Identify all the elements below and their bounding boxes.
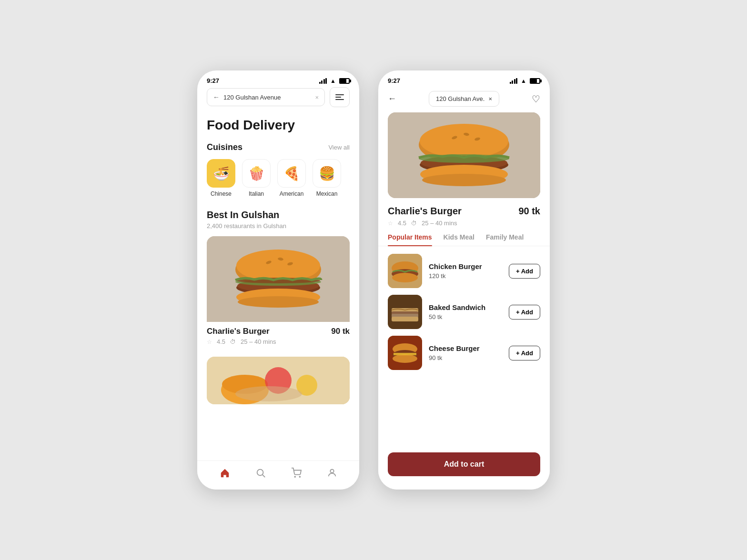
restaurant-time: 25 – 40 mins (241, 338, 276, 345)
detail-clock-icon: ⏱ (411, 220, 417, 227)
battery-icon-right (530, 78, 540, 84)
menu-list: Chicken Burger 120 tk + Add Baked Sandwi… (378, 254, 550, 370)
detail-restaurant-name: Charlie's Burger (388, 206, 462, 217)
back-button[interactable]: ← (388, 94, 396, 104)
restaurant-detail-info: Charlie's Burger 90 tk ☆ 4.5 ⏱ 25 – 40 m… (378, 206, 550, 227)
restaurant-meta: ☆ 4.5 ⏱ 25 – 40 mins (207, 338, 350, 345)
svg-point-25 (420, 124, 508, 158)
svg-line-19 (262, 475, 265, 477)
cuisines-header: Cuisines View all (207, 142, 350, 152)
wifi-icon: ▲ (330, 78, 336, 84)
chicken-burger-name: Chicken Burger (429, 262, 502, 270)
restaurant-card-2[interactable] (207, 357, 350, 404)
chicken-burger-img-illustration (388, 254, 422, 288)
status-icons-right: ▲ (510, 78, 540, 84)
detail-star-icon: ☆ (388, 220, 393, 227)
baked-sandwich-name: Baked Sandwich (429, 303, 502, 311)
wifi-icon-right: ▲ (521, 78, 526, 84)
add-chicken-burger-button[interactable]: + Add (509, 264, 540, 279)
detail-time: 25 – 40 mins (422, 220, 457, 227)
baked-sandwich-info: Baked Sandwich 50 tk (429, 303, 502, 320)
cuisine-italian-icon: 🍿 (242, 159, 271, 188)
view-all-cuisines[interactable]: View all (328, 144, 350, 151)
time-right: 9:27 (388, 77, 400, 84)
favorite-button[interactable]: ♡ (532, 93, 540, 105)
filter-button[interactable] (330, 87, 350, 107)
cuisine-american[interactable]: 🍕 American (277, 159, 306, 197)
location-pill[interactable]: 120 Gulshan Ave. × (429, 91, 499, 107)
menu-item-cheese-burger: Cheese Burger 90 tk + Add (388, 336, 540, 370)
address-search-box[interactable]: ← 120 Gulshan Avenue × (207, 88, 325, 106)
chicken-burger-info: Chicken Burger 120 tk (429, 262, 502, 280)
address-text: 120 Gulshan Avenue (223, 94, 311, 101)
nav-search[interactable] (255, 468, 266, 478)
nav-home[interactable] (220, 468, 230, 478)
svg-point-18 (257, 470, 263, 476)
svg-point-17 (235, 386, 302, 401)
restaurant-image-2 (207, 357, 350, 404)
menu-item-baked-sandwich: Baked Sandwich 50 tk + Add (388, 295, 540, 329)
profile-nav-icon (327, 468, 337, 478)
clock-icon: ⏱ (230, 339, 236, 345)
cuisine-american-label: American (280, 190, 304, 197)
restaurant-rating: 4.5 (217, 338, 225, 345)
signal-icon (319, 78, 327, 84)
add-to-cart-bar: Add to cart (378, 446, 550, 490)
hero-burger-illustration (388, 112, 540, 198)
nav-cart[interactable] (291, 468, 302, 478)
svg-point-37 (392, 273, 418, 282)
cuisine-chinese-icon: 🍜 (207, 159, 235, 188)
left-phone: 9:27 ▲ ← 120 Gulshan Avenue × (197, 70, 359, 490)
time-left: 9:27 (207, 77, 219, 84)
cuisine-chinese[interactable]: 🍜 Chinese (207, 159, 235, 197)
cheese-burger-name: Cheese Burger (429, 344, 502, 352)
tab-popular-items[interactable]: Popular Items (388, 233, 432, 246)
food-illustration-2 (207, 357, 350, 404)
svg-rect-42 (392, 317, 418, 321)
svg-point-2 (236, 250, 320, 282)
right-header: ← 120 Gulshan Ave. × ♡ (378, 87, 550, 112)
location-clear-icon[interactable]: × (488, 95, 492, 102)
menu-tabs: Popular Items Kids Meal Family Meal (378, 233, 550, 246)
status-bar-left: 9:27 ▲ (197, 70, 359, 87)
add-cheese-burger-button[interactable]: + Add (509, 346, 540, 360)
chicken-burger-image (388, 254, 422, 288)
chicken-burger-price: 120 tk (429, 272, 502, 280)
add-to-cart-button[interactable]: Add to cart (388, 452, 540, 476)
detail-restaurant-price: 90 tk (518, 206, 540, 217)
svg-point-21 (299, 476, 300, 477)
location-text: 120 Gulshan Ave. (436, 95, 485, 102)
home-icon (220, 468, 230, 478)
restaurant-card[interactable]: Charlie's Burger 90 tk ☆ 4.5 ⏱ 25 – 40 m… (207, 236, 350, 350)
cuisines-list: 🍜 Chinese 🍿 Italian 🍕 American 🍔 Mexican (207, 159, 350, 197)
cuisine-mexican-icon: 🍔 (313, 159, 341, 188)
detail-meta: ☆ 4.5 ⏱ 25 – 40 mins (388, 220, 540, 227)
bottom-nav (197, 460, 359, 490)
battery-icon (339, 78, 350, 84)
add-baked-sandwich-button[interactable]: + Add (509, 305, 540, 320)
restaurant-info: Charlie's Burger 90 tk ☆ 4.5 ⏱ 25 – 40 m… (207, 322, 350, 350)
baked-sandwich-img-illustration (388, 295, 422, 329)
svg-point-20 (294, 476, 295, 477)
svg-point-22 (330, 470, 333, 473)
cuisines-section-title: Cuisines (207, 142, 242, 152)
svg-point-11 (238, 296, 319, 308)
cuisine-italian-label: Italian (249, 190, 264, 197)
tab-family-meal[interactable]: Family Meal (486, 233, 524, 246)
tab-kids-meal[interactable]: Kids Meal (444, 233, 474, 246)
cheese-burger-image (388, 336, 422, 370)
cuisine-mexican[interactable]: 🍔 Mexican (313, 159, 341, 197)
burger-illustration (207, 236, 350, 322)
best-section-title: Best In Gulshan (207, 210, 350, 220)
svg-rect-47 (394, 353, 416, 355)
clear-address-button[interactable]: × (315, 94, 319, 101)
status-bar-right: 9:27 ▲ (378, 70, 550, 87)
cheese-burger-price: 90 tk (429, 354, 502, 361)
search-row: ← 120 Gulshan Avenue × (207, 87, 350, 107)
cheese-burger-info: Cheese Burger 90 tk (429, 344, 502, 361)
nav-profile[interactable] (327, 468, 337, 478)
menu-item-chicken-burger: Chicken Burger 120 tk + Add (388, 254, 540, 288)
cuisine-italian[interactable]: 🍿 Italian (242, 159, 271, 197)
detail-rating: 4.5 (398, 220, 406, 227)
status-icons-left: ▲ (319, 78, 350, 84)
